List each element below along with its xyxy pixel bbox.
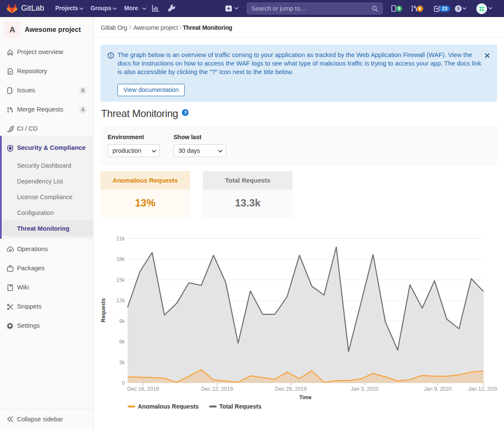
svg-text:Jan 3, 2020: Jan 3, 2020 [351,386,379,392]
svg-text:Jan 9, 2020: Jan 9, 2020 [424,386,452,392]
svg-text:?: ? [457,6,460,11]
svg-text:9k: 9k [119,318,125,324]
svg-text:Dec 22, 2019: Dec 22, 2019 [201,386,233,392]
svg-text:21k: 21k [116,236,125,242]
svg-text:18k: 18k [116,256,125,262]
svg-text:Dec 16, 2019: Dec 16, 2019 [127,386,159,392]
svg-text:Dec 28, 2019: Dec 28, 2019 [275,386,307,392]
svg-text:Jan 12, 2020: Jan 12, 2020 [468,386,499,392]
svg-text:6k: 6k [119,339,125,345]
svg-text:12k: 12k [116,297,125,303]
svg-text:Total Requests: Total Requests [219,403,262,410]
svg-text:Requests: Requests [100,298,106,322]
svg-text:?: ? [184,110,187,115]
svg-text:0: 0 [122,380,125,386]
svg-text:Anomalous Requests: Anomalous Requests [138,403,199,410]
svg-text:Time: Time [299,395,312,400]
svg-text:15k: 15k [116,277,125,283]
svg-text:3k: 3k [119,360,125,366]
